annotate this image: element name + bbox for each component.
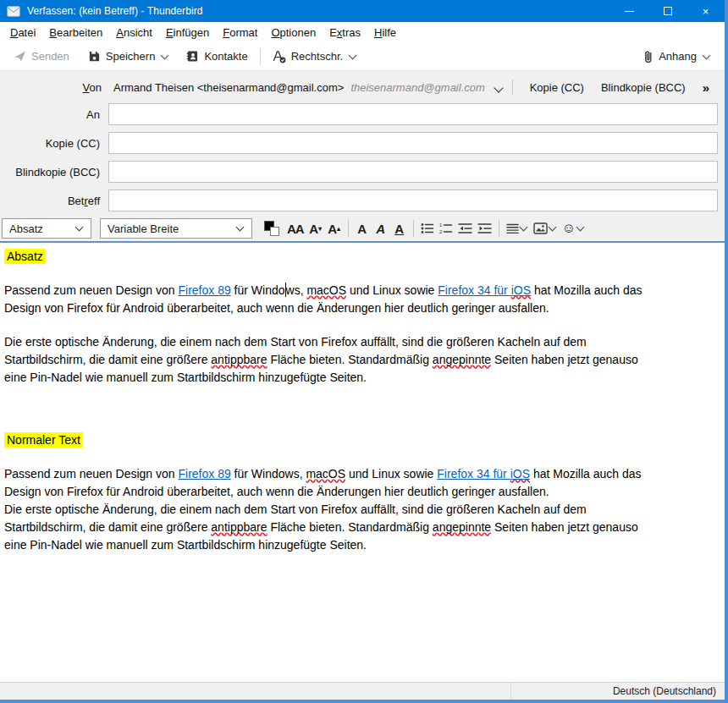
text-line: Design von Firefox für Android überarbei…: [4, 483, 720, 501]
alignment-button[interactable]: [504, 218, 531, 239]
font-select[interactable]: Variable Breite: [100, 218, 252, 239]
background-color-swatch: [270, 227, 279, 236]
show-cc-button[interactable]: Kopie (CC): [521, 78, 593, 97]
attach-dropdown-chevron-icon[interactable]: [703, 51, 711, 59]
body-link[interactable]: iOS: [510, 467, 530, 481]
increase-font-size-button[interactable]: A▴: [325, 218, 344, 239]
paragraph: Passend zum neuen Design von Firefox 89 …: [4, 282, 720, 317]
indent-button[interactable]: [475, 218, 494, 239]
menu-einfuegen[interactable]: Einfügen: [159, 24, 216, 41]
menu-optionen[interactable]: Optionen: [264, 24, 323, 41]
italic-button[interactable]: A: [372, 218, 390, 239]
cc-label: Kopie (CC): [0, 137, 108, 150]
body-link[interactable]: Firefox 89: [178, 283, 230, 297]
menu-datei[interactable]: Datei: [3, 24, 42, 41]
bullet-list-button[interactable]: [418, 218, 437, 239]
text-color-picker[interactable]: [264, 221, 279, 236]
text-line: Design von Firefox für Android überarbei…: [4, 299, 720, 317]
text-run: für Windo: [231, 283, 285, 297]
text-line: Startbildschirm, die damit eine größere …: [4, 351, 720, 369]
numbered-list-icon: 1 2: [439, 222, 453, 234]
body-link[interactable]: iOS: [511, 283, 531, 297]
bold-button[interactable]: A: [353, 218, 372, 239]
body-link[interactable]: Firefox 34 für: [437, 467, 510, 481]
identity-dropdown-chevron-icon[interactable]: [494, 81, 504, 94]
misspelled-word: macOS: [306, 283, 346, 297]
numbered-list-button[interactable]: 1 2: [437, 218, 455, 239]
bullet-list-icon: [421, 222, 434, 234]
text-run: Passend zum neuen Design von: [4, 467, 178, 481]
underline-button[interactable]: A: [390, 218, 409, 239]
compose-toolbar: Senden Speichern Kontakte Rechtschr.: [0, 42, 725, 71]
attach-button[interactable]: Anhang: [637, 46, 718, 68]
paragraph-format-select[interactable]: Absatz: [2, 218, 91, 239]
body-link[interactable]: Firefox 34 für: [438, 283, 510, 297]
send-button[interactable]: Senden: [7, 46, 76, 67]
body-link[interactable]: Firefox 89: [178, 467, 230, 481]
maximize-button[interactable]: [648, 0, 687, 22]
formatbar-separator: [348, 220, 349, 237]
compose-body[interactable]: AbsatzPassend zum neuen Design von Firef…: [0, 241, 725, 682]
to-label: An: [0, 108, 108, 121]
status-bar: Deutsch (Deutschland): [0, 682, 725, 700]
text-run: und Linux sowie: [345, 467, 437, 481]
text-run: Fläche bieten. Standardmäßig: [267, 520, 433, 534]
menu-bearbeiten[interactable]: Bearbeiten: [42, 24, 109, 41]
svg-text:1: 1: [439, 222, 443, 228]
more-addressing-button[interactable]: »: [694, 79, 718, 96]
text-run: Startbildschirm, die damit eine größere: [4, 353, 211, 366]
font-size-button[interactable]: AA: [284, 218, 306, 239]
menu-format[interactable]: Format: [216, 24, 264, 41]
text-run: und Linux sowie: [346, 283, 438, 297]
svg-text:2: 2: [439, 229, 443, 234]
text-run: Seiten haben jetzt genauso: [491, 353, 638, 366]
misspelled-word: antippbare: [211, 520, 267, 534]
paperclip-icon: [643, 50, 654, 63]
minimize-button[interactable]: [610, 0, 648, 22]
bcc-input[interactable]: [108, 161, 718, 183]
subject-label: Betreff: [0, 195, 108, 207]
from-row-separator: [512, 80, 513, 95]
text-line: Die erste optische Änderung, die einem n…: [4, 501, 720, 519]
cc-row: Kopie (CC): [0, 132, 725, 154]
outdent-button[interactable]: [455, 218, 475, 239]
spellcheck-language-status[interactable]: Deutsch (Deutschland): [511, 685, 725, 697]
spellcheck-dropdown-chevron-icon[interactable]: [349, 51, 357, 59]
menu-extras[interactable]: Extras: [323, 24, 367, 41]
menu-hilfe[interactable]: Hilfe: [367, 24, 403, 41]
bcc-label: Blindkopie (BCC): [0, 166, 108, 178]
paragraph: Absatz: [4, 248, 720, 266]
from-identity[interactable]: Armand Theisen <theisenarmand@gmail.com>: [113, 81, 344, 94]
subject-input[interactable]: [108, 189, 718, 211]
title-bar: Verfassen: (kein Betreff) - Thunderbird …: [0, 0, 725, 22]
misspelled-word: angepinnte: [433, 520, 491, 534]
close-button[interactable]: ×: [687, 0, 725, 22]
contacts-button[interactable]: Kontakte: [179, 46, 254, 67]
misspelled-word: iOS: [511, 283, 531, 297]
text-run: Design von Firefox für Android überarbei…: [4, 301, 549, 315]
highlighted-text: Absatz: [4, 249, 46, 264]
save-dropdown-chevron-icon[interactable]: [161, 51, 169, 59]
save-icon: [88, 50, 101, 63]
select-chevron-icon: [236, 223, 245, 232]
menu-ansicht[interactable]: Ansicht: [109, 24, 159, 41]
indent-icon: [477, 222, 492, 234]
from-identity-secondary: theisenarmand@gmail.com: [350, 81, 484, 94]
insert-smiley-button[interactable]: ☺: [560, 218, 587, 239]
alignment-dropdown-chevron-icon: [519, 223, 527, 232]
spellcheck-button[interactable]: Rechtschr.: [266, 46, 364, 68]
bcc-row: Blindkopie (BCC): [0, 161, 725, 183]
save-button[interactable]: Speichern: [81, 46, 177, 67]
text-run: Fläche bieten. Standardmäßig: [267, 353, 433, 366]
cc-input[interactable]: [108, 132, 718, 154]
insert-image-button[interactable]: [531, 218, 560, 239]
text-run: Passend zum neuen Design von: [4, 283, 178, 297]
misspelled-word: antippbare: [211, 353, 267, 366]
menu-bar: Datei Bearbeiten Ansicht Einfügen Format…: [0, 22, 725, 42]
to-input[interactable]: [108, 103, 718, 125]
from-label: Von: [0, 81, 102, 94]
outdent-icon: [458, 222, 472, 234]
decrease-font-size-button[interactable]: A▾: [306, 218, 325, 239]
text-line: Absatz: [4, 248, 720, 266]
show-bcc-button[interactable]: Blindkopie (BCC): [593, 78, 694, 97]
